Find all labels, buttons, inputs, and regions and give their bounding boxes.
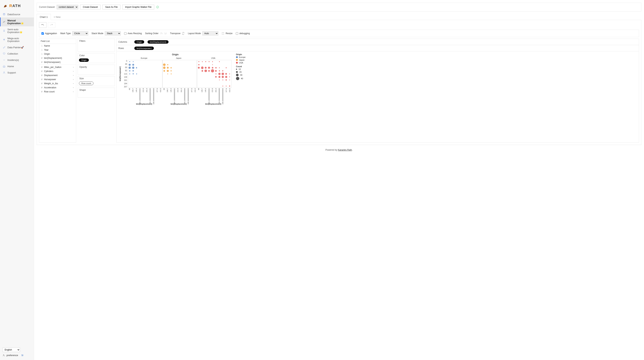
facet-plot-usa (197, 60, 232, 88)
field-displacement[interactable]: #Displacement (39, 73, 76, 77)
legend-item: USA (236, 62, 246, 64)
size-pill-rowcount[interactable]: Row count (79, 81, 94, 85)
field-bin-displacement-[interactable]: #bin(Displacement) (39, 56, 76, 60)
sorting-order-group: Sorting Order (145, 32, 167, 35)
columns-shelf[interactable]: Columns Originbin(Displacement) (116, 39, 639, 45)
dataset-select[interactable]: context dataset (57, 5, 78, 9)
facet-plot-europe (128, 60, 162, 88)
heart-icon (2, 52, 6, 55)
nav-label: Mega-auto Exploration (8, 37, 31, 42)
facet-header: Japan (162, 57, 196, 60)
rows-shelf[interactable]: Rows bin(Horsepower) (116, 45, 639, 51)
chart-legend: OriginEuropeJapanUSACount10203040 (235, 53, 246, 141)
nav-label: Semi-auto Exploration⭐ (8, 28, 31, 34)
legend-item: Japan (236, 59, 246, 61)
size-shelf[interactable]: SizeRow count (78, 76, 115, 86)
sidebar-item-semi-auto-exploration[interactable]: Semi-auto Exploration⭐ (0, 26, 34, 35)
x-axis-label: bin(Displacement) (196, 103, 230, 106)
sidebar-item-insiders-[interactable]: Insiders(α) (0, 57, 34, 63)
resize-button[interactable]: Resize (222, 32, 233, 35)
footer-link[interactable]: Kanaries Rath (338, 149, 352, 151)
logo: RATH (0, 0, 34, 10)
linechart-icon (2, 20, 6, 23)
chart-title: Origin (172, 53, 178, 56)
sorting-order-label: Sorting Order (145, 32, 158, 35)
redo-button[interactable] (48, 22, 55, 28)
sidebar-item-data-painter[interactable]: Data Painter🚀 (0, 44, 34, 50)
sort-asc-icon[interactable] (160, 32, 162, 35)
legend-size-item: 40 (236, 77, 246, 80)
stack-mode-select[interactable]: Stack (105, 31, 121, 35)
sliders-icon[interactable] (21, 354, 24, 357)
color-shelf[interactable]: ColorOrigin (78, 53, 115, 63)
tab-add-new[interactable]: + New (51, 14, 64, 20)
field-cylinders[interactable]: #Cylinders (39, 69, 76, 73)
color-legend-title: Origin (236, 53, 246, 55)
sidebar-item-collection[interactable]: Collection (0, 50, 34, 57)
columns-shelf-label: Columns (116, 41, 132, 43)
rows-pill[interactable]: bin(Horsepower) (134, 47, 154, 50)
nav-label: Insiders(α) (8, 59, 19, 61)
footer: Powered by Kanaries Rath. (34, 148, 644, 154)
field-weight-in-lbs[interactable]: #Weight_in_lbs (39, 81, 76, 86)
sidebar-item-support[interactable]: Support (0, 69, 34, 76)
columns-pill[interactable]: bin(Displacement) (148, 40, 168, 44)
field-bin-horsepower-[interactable]: #bin(Horsepower) (39, 60, 76, 64)
save-as-file-button[interactable]: Save As File (102, 5, 120, 9)
create-dataset-button[interactable]: Create Dataset (80, 5, 101, 9)
x-axis-ticks: 68106.7145.4184.10000000000002222.8261.5… (127, 88, 162, 103)
layout-mode-select[interactable]: Auto (202, 31, 218, 35)
axes-resizing-toggle[interactable]: Axes Resizing (124, 32, 142, 35)
columns-pill[interactable]: Origin (134, 40, 144, 44)
facet-header: USA (196, 57, 230, 60)
color-pill-origin[interactable]: Origin (79, 58, 89, 62)
x-axis-ticks: 68106.7145.4184.10000000000002222.8261.5… (196, 88, 230, 103)
undo-icon (41, 23, 44, 26)
chevron-down-icon (72, 66, 74, 68)
language-select[interactable]: English (2, 348, 20, 352)
tab-chart-1[interactable]: Chart 1 (36, 14, 51, 20)
svg-point-7 (156, 6, 159, 8)
size-legend-title: Count (236, 65, 246, 68)
debugging-toggle[interactable]: debugging (236, 32, 250, 35)
faceted-chart: OriginEuropeJapanUSAbin(Horsepower)04669… (119, 53, 232, 141)
field-acceleration[interactable]: #Acceleration (39, 86, 76, 90)
field-origin[interactable]: Origin (39, 52, 76, 56)
shape-shelf[interactable]: Shape (78, 88, 115, 98)
sidebar-item-manual-exploration[interactable]: Manual Exploration⭐ (0, 17, 34, 26)
mark-type-select[interactable]: Circle (72, 31, 88, 35)
legend-size-item: 10 (236, 68, 246, 70)
svg-point-5 (23, 355, 23, 356)
sort-desc-icon[interactable] (164, 32, 167, 35)
transpose-button[interactable]: Transpose (170, 32, 184, 35)
field-horsepower[interactable]: #Horsepower (39, 77, 76, 81)
dataset-topbar: Current Dataset context dataset Create D… (36, 2, 642, 11)
redo-icon (50, 23, 53, 26)
import-walker-button[interactable]: Import Graphic Walker File (122, 5, 154, 9)
field-row-count[interactable]: #Row count (39, 90, 76, 94)
undo-button[interactable] (39, 22, 46, 28)
sidebar-item-datasource[interactable]: DataSource (0, 11, 34, 17)
aggregation-toggle[interactable]: Aggregation (42, 32, 57, 35)
opacity-shelf[interactable]: Opacity (78, 65, 115, 75)
preference-link[interactable]: preference (2, 354, 31, 357)
sidebar-item-home[interactable]: Home (0, 63, 34, 69)
chart-canvas: Columns Originbin(Displacement) Rows bin… (116, 39, 639, 143)
svg-point-6 (22, 356, 22, 356)
field-miles-per-gallon[interactable]: #Miles_per_Gallon (39, 65, 76, 69)
chart-tabs: Chart 1+ New (36, 14, 642, 20)
chevron-down-icon (72, 91, 74, 93)
svg-point-1 (4, 72, 4, 72)
stack-mode-label: Stack Mode (92, 32, 103, 35)
chevron-down-icon (72, 82, 74, 85)
brand-rest: ATH (12, 4, 21, 8)
field-name[interactable]: Name (39, 44, 76, 48)
nav-label: Support (8, 71, 16, 74)
sidebar-item-mega-auto-exploration[interactable]: Mega-auto Exploration (0, 35, 34, 44)
encodings-column: Filters ColorOrigin Opacity SizeRow coun… (78, 39, 115, 98)
x-axis-label: bin(Displacement) (162, 103, 196, 106)
field-year[interactable]: Year (39, 48, 76, 52)
user-gear-icon (2, 354, 6, 357)
field-list-panel: Field List NameYearOrigin#bin(Displaceme… (39, 39, 76, 143)
filters-shelf[interactable]: Filters (78, 39, 115, 52)
